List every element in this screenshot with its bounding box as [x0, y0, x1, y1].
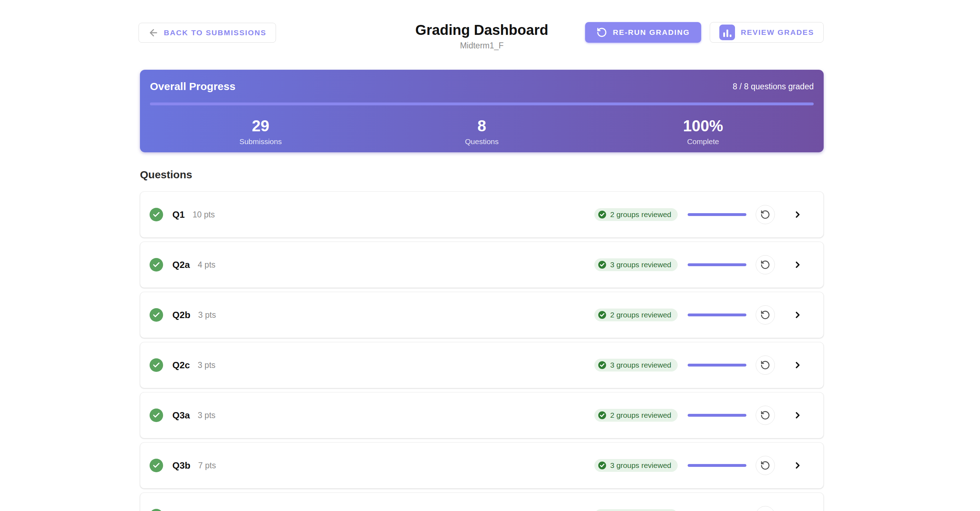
question-progress-fill — [688, 314, 746, 316]
question-row[interactable]: Q2b 3 pts 2 groups reviewed — [140, 292, 824, 338]
question-points: 7 pts — [198, 461, 216, 470]
question-points: 3 pts — [198, 310, 216, 320]
question-progress-fill — [688, 414, 746, 417]
question-row[interactable]: Q3a 3 pts 2 groups reviewed — [140, 392, 824, 438]
groups-reviewed-badge: 3 groups reviewed — [594, 509, 678, 511]
question-points: 10 pts — [192, 210, 215, 219]
question-row[interactable]: Q2a 4 pts 3 groups reviewed — [140, 241, 824, 288]
regrade-button[interactable] — [756, 305, 775, 325]
progress-stats: 29 Submissions 8 Questions 100% Complete — [150, 117, 814, 146]
stat-label: Complete — [593, 137, 814, 146]
stat-complete: 100% Complete — [593, 117, 814, 146]
groups-reviewed-badge: 3 groups reviewed — [594, 459, 678, 472]
page-container: BACK TO SUBMISSIONS Grading Dashboard Mi… — [140, 22, 824, 511]
overall-progress-title: Overall Progress — [150, 81, 235, 92]
graded-check-icon — [150, 509, 163, 511]
question-progress-bar — [688, 263, 746, 266]
question-progress-bar — [688, 314, 746, 316]
stat-value: 100% — [593, 117, 814, 135]
groups-reviewed-label: 2 groups reviewed — [610, 210, 671, 219]
regrade-button[interactable] — [756, 355, 775, 375]
check-circle-icon — [598, 361, 606, 369]
bar-chart-icon — [719, 25, 735, 40]
question-id: Q1 — [172, 209, 185, 220]
rotate-ccw-icon — [760, 460, 770, 470]
rotate-ccw-icon — [760, 410, 770, 420]
question-row[interactable]: Q4a 5 pts 3 groups reviewed — [140, 492, 824, 511]
chevron-right-icon[interactable] — [793, 460, 803, 470]
groups-reviewed-badge: 3 groups reviewed — [594, 258, 678, 271]
graded-check-icon — [150, 258, 163, 271]
check-circle-icon — [598, 260, 606, 269]
regrade-button[interactable] — [756, 255, 775, 275]
question-row[interactable]: Q3b 7 pts 3 groups reviewed — [140, 442, 824, 489]
questions-graded-count: 8 / 8 questions graded — [732, 82, 814, 92]
chevron-right-icon[interactable] — [793, 209, 803, 219]
rerun-grading-button[interactable]: RE-RUN GRADING — [585, 22, 701, 43]
regrade-button[interactable] — [756, 456, 775, 475]
question-progress-fill — [688, 213, 746, 216]
review-grades-label: REVIEW GRADES — [741, 28, 814, 36]
groups-reviewed-label: 3 groups reviewed — [610, 461, 671, 470]
back-to-submissions-button[interactable]: BACK TO SUBMISSIONS — [138, 23, 276, 43]
rotate-ccw-icon — [760, 310, 770, 320]
chevron-right-icon[interactable] — [793, 310, 803, 320]
stat-submissions: 29 Submissions — [150, 117, 371, 146]
regrade-button[interactable] — [756, 205, 775, 224]
question-progress-fill — [688, 263, 746, 266]
check-circle-icon — [598, 411, 606, 419]
review-grades-button[interactable]: REVIEW GRADES — [710, 22, 824, 43]
question-id: Q2c — [172, 360, 190, 371]
groups-reviewed-badge: 3 groups reviewed — [594, 359, 678, 371]
groups-reviewed-badge: 2 groups reviewed — [594, 409, 678, 422]
stat-value: 29 — [150, 117, 371, 135]
header-actions: RE-RUN GRADING REVIEW GRADES — [585, 22, 824, 43]
overall-progress-fill — [150, 103, 814, 105]
graded-check-icon — [150, 308, 163, 322]
chevron-right-icon[interactable] — [793, 410, 803, 420]
rotate-ccw-icon — [760, 360, 770, 370]
question-progress-bar — [688, 414, 746, 417]
groups-reviewed-label: 3 groups reviewed — [610, 361, 671, 369]
question-row[interactable]: Q1 10 pts 2 groups reviewed — [140, 192, 824, 238]
check-circle-icon — [598, 311, 606, 319]
groups-reviewed-badge: 2 groups reviewed — [594, 208, 678, 221]
regrade-button[interactable] — [756, 406, 775, 425]
groups-reviewed-badge: 2 groups reviewed — [594, 308, 678, 321]
question-points: 3 pts — [198, 360, 215, 370]
graded-check-icon — [150, 459, 163, 472]
overall-progress-bar — [150, 103, 814, 105]
rotate-ccw-icon — [760, 260, 770, 270]
question-id: Q3b — [172, 460, 191, 471]
question-progress-fill — [688, 464, 746, 467]
question-id: Q2b — [172, 309, 191, 321]
check-circle-icon — [598, 210, 606, 219]
stat-value: 8 — [371, 117, 592, 135]
question-progress-bar — [688, 213, 746, 216]
stat-label: Questions — [371, 137, 592, 146]
question-progress-bar — [688, 364, 746, 367]
groups-reviewed-label: 3 groups reviewed — [610, 260, 671, 269]
page-header: BACK TO SUBMISSIONS Grading Dashboard Mi… — [140, 22, 824, 51]
question-progress-fill — [688, 364, 746, 367]
rerun-grading-label: RE-RUN GRADING — [613, 28, 690, 36]
regrade-button[interactable] — [756, 506, 775, 511]
stat-label: Submissions — [150, 137, 371, 146]
question-list: Q1 10 pts 2 groups reviewed — [140, 192, 824, 511]
overall-progress-card: Overall Progress 8 / 8 questions graded … — [140, 70, 824, 152]
chevron-right-icon[interactable] — [793, 360, 803, 370]
graded-check-icon — [150, 208, 163, 221]
graded-check-icon — [150, 358, 163, 372]
question-row[interactable]: Q2c 3 pts 3 groups reviewed — [140, 342, 824, 388]
questions-section-title: Questions — [140, 169, 824, 181]
chevron-right-icon[interactable] — [793, 260, 803, 270]
question-id: Q2a — [172, 259, 190, 270]
arrow-left-icon — [148, 27, 159, 38]
back-button-label: BACK TO SUBMISSIONS — [164, 29, 266, 37]
stat-questions: 8 Questions — [371, 117, 592, 146]
rotate-ccw-icon — [760, 209, 770, 219]
question-id: Q3a — [172, 410, 190, 421]
question-progress-bar — [688, 464, 746, 467]
rotate-ccw-icon — [597, 27, 607, 38]
groups-reviewed-label: 2 groups reviewed — [610, 411, 671, 419]
